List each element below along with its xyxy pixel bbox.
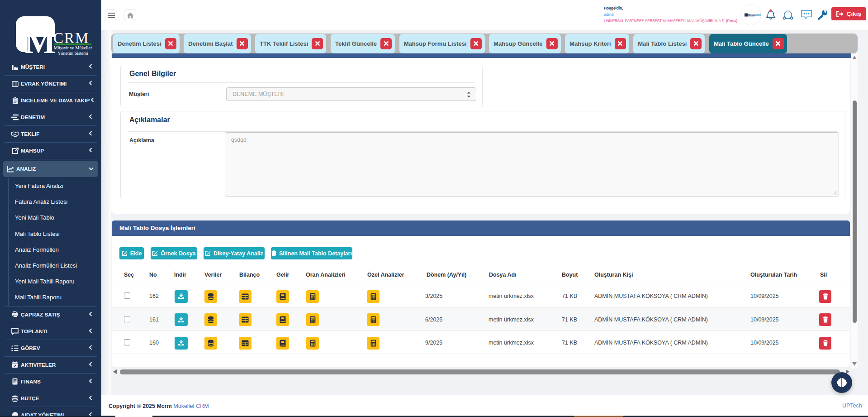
svg-text:M: M (25, 24, 56, 59)
svg-text:Yönetim Sistemi: Yönetim Sistemi (57, 51, 88, 56)
svg-text:Müşavir ve Mükellef: Müşavir ve Mükellef (54, 45, 92, 50)
svg-text:MükellefCRM: MükellefCRM (748, 14, 761, 16)
